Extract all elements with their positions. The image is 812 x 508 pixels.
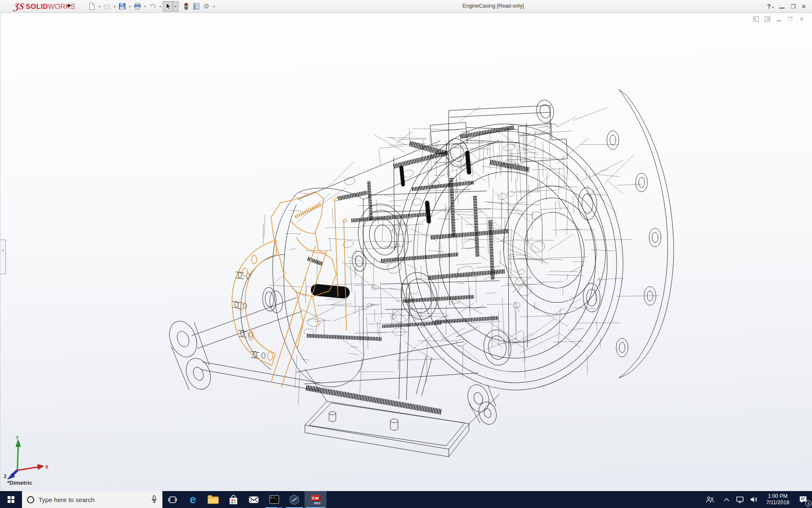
close-button[interactable]: ✕ [801,3,806,10]
print-caret[interactable]: ▾ [143,5,148,8]
microphone-icon[interactable] [151,495,157,504]
open-caret[interactable]: ▾ [112,5,117,8]
save-icon [118,3,126,10]
command-prompt-icon: C:\_ [269,495,279,504]
task-view-icon [168,496,177,503]
cortana-icon [27,496,34,503]
clock-date: 7/11/2018 [766,500,790,506]
undo-icon [149,3,156,10]
doc-close-button[interactable]: ✕ [798,16,805,22]
undo-caret[interactable]: ▾ [158,5,163,8]
store-icon [229,494,238,505]
clock-time: 1:00 PM [766,493,790,500]
feature-panel-collapsed-tab[interactable] [0,240,6,274]
options-caret[interactable]: ▾ [211,5,217,8]
chevron-up-icon [724,498,730,502]
task-view-button[interactable] [162,491,183,508]
minimize-button[interactable] [779,3,785,10]
taskbar-app-file-explorer[interactable] [203,491,223,508]
doc-minimize-button[interactable] [775,16,782,22]
pane-right-icon [765,17,770,22]
help-button[interactable]: ?▾ [767,3,774,10]
taskbar-app-command-prompt[interactable]: C:\_ [264,491,284,508]
quick-access-toolbar: ▾ ▾ ▾ [87,1,217,12]
toolbar-separator [74,2,75,11]
start-button[interactable] [0,491,22,508]
titlebar: ƷS SOLID WORKS ▶ ▾ ▾ [0,0,812,13]
new-document-button[interactable] [87,1,97,11]
help-caret: ▾ [772,6,774,9]
taskbar-app-hexagon-tool[interactable] [284,491,304,508]
options-button[interactable]: ⚙ [201,1,211,11]
action-center-button[interactable]: 3 [794,491,812,508]
select-cursor-icon [164,3,172,10]
rebuild-stoplight-button[interactable] [181,1,191,11]
notification-badge: 3 [805,500,812,507]
select-tool-caret[interactable]: ▾ [173,1,178,11]
volume-button[interactable] [747,491,761,508]
file-properties-button[interactable] [191,1,201,11]
network-icon [736,496,744,503]
minimize-icon [779,8,785,8]
panel-tab-dot [2,249,4,251]
open-button[interactable] [102,1,112,11]
taskbar-app-mail[interactable] [244,491,264,508]
hexagon-app-icon [289,494,299,505]
triad-z-label: Z [4,474,7,479]
document-window-controls: ❐ ✕ [752,16,805,22]
taskbar-app-edge[interactable]: e [183,491,203,508]
menu-flyout-arrow[interactable]: ▶ [68,3,71,8]
solidworks-2017-icon: SW 2017 [310,495,321,505]
volume-icon [750,496,758,503]
doc-restore-button[interactable]: ❐ [787,16,794,22]
mail-icon [249,496,259,503]
save-button[interactable] [117,1,127,11]
gear-icon: ⚙ [203,3,209,10]
triad-x-label: X [45,464,49,469]
taskbar-search[interactable] [22,491,162,508]
save-caret[interactable]: ▾ [127,5,132,8]
taskbar-app-store[interactable] [223,491,244,508]
solidworks-logo: ƷS SOLID WORKS [14,1,75,12]
select-tool-button[interactable] [163,1,173,11]
windows-logo-icon [8,496,14,503]
file-explorer-icon [208,495,219,504]
solidworks-window: ƷS SOLID WORKS ▶ ▾ ▾ [0,0,812,508]
ds-logo-icon: ƷS [14,1,25,12]
triad-y-label: Y [16,436,19,440]
window-controls: ?▾ ❐ ✕ [767,0,806,13]
network-button[interactable] [733,491,747,508]
model-wireframe[interactable] [0,13,812,491]
dock-pane-left-button[interactable] [752,16,760,22]
new-document-icon [88,3,96,10]
search-input[interactable] [38,496,147,503]
tray-overflow-button[interactable] [720,491,733,508]
doc-minimize-icon [777,20,781,21]
file-properties-icon [192,3,200,10]
people-button[interactable] [700,491,720,508]
dock-pane-right-button[interactable] [764,16,771,22]
people-icon [706,496,714,503]
windows-taskbar: e C:\_ [0,491,812,508]
open-icon [103,3,111,10]
edge-icon: e [189,494,196,505]
taskbar-clock[interactable]: 1:00 PM 7/11/2018 [761,491,794,508]
system-tray: 1:00 PM 7/11/2018 3 [700,491,812,508]
restore-button[interactable]: ❐ [790,3,796,10]
new-document-caret[interactable]: ▾ [97,5,102,8]
graphics-viewport[interactable]: ❐ ✕ Y X Z *Dimetric [0,13,812,491]
stoplight-icon [182,3,190,10]
print-icon [134,3,141,10]
brand-name-bold: SOLID [26,3,48,11]
orientation-triad: Y X Z [3,436,50,483]
taskbar-app-solidworks[interactable]: SW 2017 [304,491,326,508]
document-title: EngineCasing [Read-only] [462,3,524,9]
print-button[interactable] [132,1,143,11]
undo-button[interactable] [148,1,158,11]
pane-left-icon [753,17,759,22]
view-orientation-label: *Dimetric [7,480,32,486]
